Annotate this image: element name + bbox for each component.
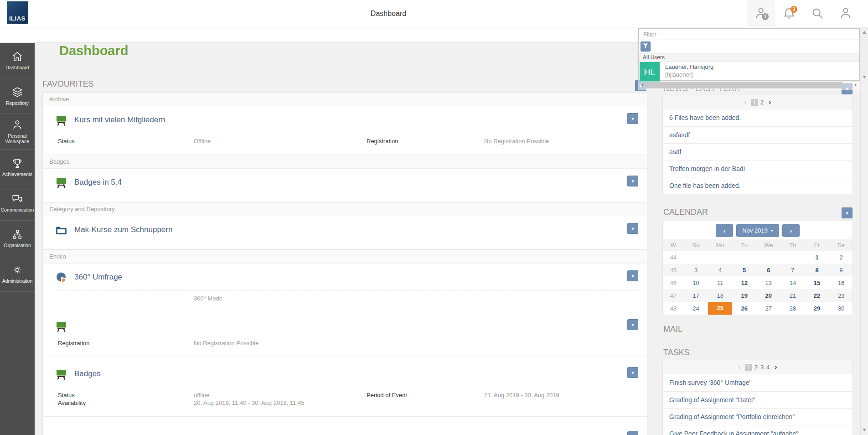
sidebar-item-repository[interactable]: Repository	[0, 78, 35, 114]
pagination-page[interactable]: 3	[760, 364, 764, 371]
favourites-group-enrico: Enrico 360° Umfrage ▾	[43, 250, 647, 435]
calendar-day[interactable]: 6	[756, 267, 780, 274]
sidebar-item-achievements[interactable]: Achievements	[0, 150, 35, 185]
caret-down-icon: ▾	[631, 226, 634, 232]
calendar-day[interactable]: 27	[756, 305, 780, 312]
item-actions-dropdown-button[interactable]: ▾	[627, 431, 638, 435]
item-actions-dropdown-button[interactable]: ▾	[627, 176, 638, 186]
calendar-day[interactable]: 26	[732, 305, 756, 312]
calendar-week-row: 4717181920212223	[663, 289, 852, 302]
user-menu-button[interactable]	[832, 0, 860, 27]
calendar-day[interactable]: 17	[684, 292, 708, 299]
user-name: Lauener, Hansjörg	[665, 63, 713, 70]
pagination-page[interactable]: 4	[766, 364, 770, 371]
calendar-week-row: 4824252627282930	[663, 302, 852, 315]
task-item-link[interactable]: Grading of Assignment "Portfolio einreic…	[663, 408, 852, 425]
top-bar: ILIAS Dashboard 1 3	[0, 0, 868, 27]
calendar-day[interactable]: 22	[805, 292, 829, 299]
calendar-day[interactable]: 3	[684, 267, 708, 274]
dropdown-vertical-scrollbar[interactable]	[860, 28, 868, 81]
item-actions-dropdown-button[interactable]: ▾	[627, 223, 638, 234]
calendar-day[interactable]: 29	[805, 305, 829, 312]
filter-input[interactable]	[639, 29, 859, 40]
sidebar-item-administration[interactable]: Administration	[0, 256, 35, 292]
news-item-link[interactable]: asdf	[663, 143, 852, 160]
caret-down-icon: ▾	[846, 210, 848, 216]
calendar-day[interactable]: 18	[708, 292, 732, 299]
calendar-heading: CALENDAR	[663, 207, 708, 217]
sidebar-item-personal-workspace[interactable]: Personal Workspace	[0, 114, 35, 150]
calendar-day[interactable]: 1	[805, 254, 829, 261]
calendar-month-dropdown[interactable]: Nov 2019▾	[736, 224, 779, 237]
calendar-day[interactable]: 2	[829, 254, 853, 261]
notifications-button[interactable]: 3	[775, 0, 803, 27]
pagination-next-icon[interactable]: ›	[775, 363, 777, 371]
news-item-link[interactable]: 6 Files have been added.	[663, 109, 852, 126]
pagination-page-current[interactable]: 1	[745, 364, 752, 371]
calendar-day-selected[interactable]: 25	[708, 302, 732, 315]
apply-filter-button[interactable]	[641, 41, 651, 52]
sidebar-item-communication[interactable]: Communication	[0, 185, 35, 221]
task-item-link[interactable]: Grading of Assignment "Datei"	[663, 391, 852, 408]
favourite-item-link[interactable]: Badges in 5.4	[74, 178, 122, 187]
pagination-page[interactable]: 2	[760, 99, 764, 106]
calendar-day[interactable]: 9	[829, 267, 853, 274]
calendar-day[interactable]: 11	[708, 280, 732, 286]
sidebar-item-organisation[interactable]: Organisation	[0, 221, 35, 256]
calendar-day[interactable]: 10	[684, 280, 708, 286]
sidebar-item-dashboard[interactable]: Dashboard	[0, 43, 35, 78]
calendar-day[interactable]: 20	[756, 292, 780, 299]
task-item-link[interactable]: Finish survey '360° Umfrage'	[663, 374, 852, 391]
calendar-day[interactable]: 23	[829, 292, 853, 299]
dropdown-horizontal-scrollbar[interactable]: ‹ ›	[638, 81, 860, 90]
calendar-collapse-button[interactable]: ▾	[842, 207, 852, 218]
scrollbar-thumb[interactable]	[646, 82, 842, 88]
calendar-day-headers: WSuMoTuWeThFrSa	[663, 239, 852, 251]
online-users-button[interactable]: 1	[747, 0, 775, 27]
calendar-day[interactable]: 28	[780, 305, 805, 312]
calendar-day[interactable]: 21	[780, 292, 805, 299]
news-item-link[interactable]: asfasdf	[663, 126, 852, 143]
search-button[interactable]	[803, 0, 832, 27]
item-actions-dropdown-button[interactable]: ▾	[627, 319, 638, 330]
calendar-day[interactable]: 15	[805, 280, 829, 286]
calendar-prev-button[interactable]: ‹	[716, 224, 733, 237]
calendar-day[interactable]: 16	[829, 280, 853, 286]
scroll-up-icon[interactable]	[863, 31, 866, 34]
calendar-day[interactable]: 7	[780, 267, 805, 274]
favourite-item-link[interactable]: 360° Umfrage	[74, 273, 122, 282]
pagination-page-current[interactable]: 1	[751, 99, 758, 106]
online-users-badge: 1	[762, 13, 769, 20]
calendar-day[interactable]: 12	[732, 280, 756, 286]
calendar-day[interactable]: 24	[684, 305, 708, 312]
chat-bubbles-icon	[11, 193, 23, 205]
calendar-day[interactable]: 19	[732, 292, 756, 299]
detail-label: Registration	[58, 340, 194, 347]
calendar-day[interactable]: 4	[708, 267, 732, 274]
calendar-next-button[interactable]: ›	[782, 224, 800, 237]
online-user-entry[interactable]: HL Lauener, Hansjörg [hjlauener]	[639, 62, 859, 82]
item-actions-dropdown-button[interactable]: ▾	[627, 367, 638, 378]
favourite-item-link[interactable]: Badges	[74, 369, 101, 378]
news-item-link[interactable]: Treffen morgen in der Badi	[663, 160, 852, 177]
favourite-item-link[interactable]: Mak-Kurse zum Schnuppern	[74, 225, 172, 234]
scroll-down-icon[interactable]	[863, 429, 866, 431]
scroll-left-icon[interactable]: ‹	[639, 81, 646, 90]
news-item-link[interactable]: One file has been added.	[663, 177, 852, 194]
page-vertical-scrollbar[interactable]	[860, 27, 868, 435]
scroll-right-icon[interactable]: ›	[852, 81, 859, 90]
calendar-day[interactable]: 8	[805, 267, 829, 274]
pagination-page[interactable]: 2	[754, 364, 758, 371]
calendar-day[interactable]: 13	[756, 280, 780, 286]
calendar-day[interactable]: 14	[780, 280, 805, 286]
pagination-next-icon[interactable]: ›	[769, 98, 771, 106]
favourite-item-link[interactable]: Kurs mit vielen Mitgliedern	[74, 115, 165, 124]
item-actions-dropdown-button[interactable]: ▾	[627, 270, 638, 281]
detail-value: 20. Aug 2019, 11:40 - 30. Aug 2019, 11:4…	[194, 399, 367, 406]
scroll-down-icon[interactable]	[863, 76, 866, 78]
task-item-link[interactable]: Give Peer Feedback in Assignment "aufgab…	[663, 425, 852, 435]
favourites-group-category: Category and Repository Mak-Kurse zum Sc…	[43, 202, 647, 250]
calendar-day[interactable]: 5	[732, 267, 756, 274]
item-actions-dropdown-button[interactable]: ▾	[627, 113, 638, 124]
calendar-day[interactable]: 30	[829, 305, 853, 312]
